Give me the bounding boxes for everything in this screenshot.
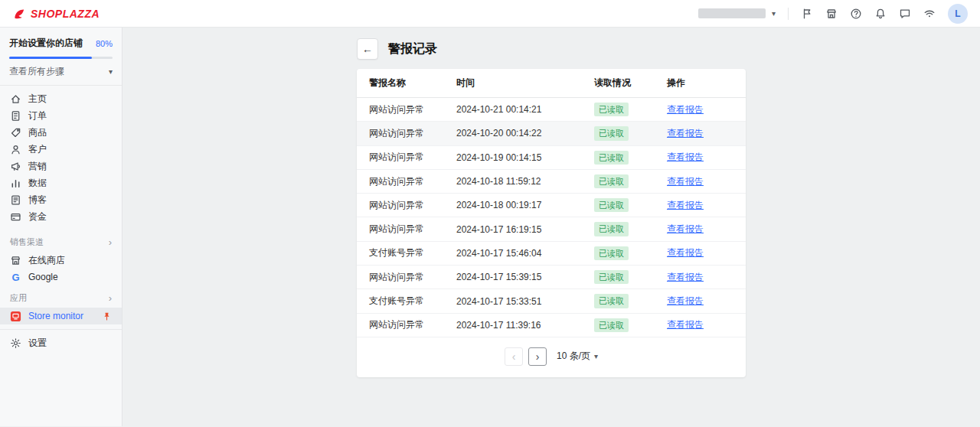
store-setup-progress: 开始设置你的店铺 80%	[0, 37, 122, 59]
user-avatar[interactable]: L	[948, 4, 968, 24]
help-icon[interactable]	[850, 8, 862, 20]
section-label: 应用	[10, 292, 27, 304]
bar-chart-icon	[10, 178, 21, 189]
topbar: SHOPLAZZA ▾ L	[0, 0, 980, 28]
back-button[interactable]: ←	[357, 38, 378, 60]
cell-alert-name: 网站访问异常	[357, 145, 456, 169]
status-badge: 已读取	[594, 198, 629, 212]
store-monitor-app-icon	[10, 311, 21, 322]
cell-status: 已读取	[594, 169, 667, 193]
table-row[interactable]: 网站访问异常 2024-10-20 00:14:22 已读取 查看报告	[357, 122, 746, 145]
table-row[interactable]: 支付账号异常 2024-10-17 15:46:04 已读取 查看报告	[357, 241, 746, 265]
store-selector[interactable]: ▾	[698, 8, 776, 18]
pin-icon[interactable]	[102, 311, 112, 321]
sidebar-item-marketing[interactable]: 营销	[0, 158, 122, 174]
cell-time: 2024-10-17 11:39:16	[456, 313, 594, 337]
cell-alert-name: 支付账号异常	[357, 241, 456, 265]
view-report-link[interactable]: 查看报告	[667, 128, 704, 139]
page-size-select[interactable]: 10 条/页 ▾	[557, 350, 598, 363]
bell-icon[interactable]	[874, 8, 887, 20]
cell-action: 查看报告	[667, 194, 746, 217]
sidebar-item-funds[interactable]: 资金	[0, 208, 122, 225]
flag-icon[interactable]	[801, 8, 813, 20]
prev-icon: ‹	[512, 350, 516, 363]
cell-status: 已读取	[594, 289, 667, 313]
storefront-icon	[10, 255, 21, 266]
table-row[interactable]: 网站访问异常 2024-10-19 00:14:15 已读取 查看报告	[357, 145, 746, 169]
cell-status: 已读取	[594, 122, 667, 145]
sidebar-item-products[interactable]: 商品	[0, 124, 122, 141]
storefront-icon[interactable]	[825, 8, 838, 20]
table-row[interactable]: 网站访问异常 2024-10-18 00:19:17 已读取 查看报告	[357, 194, 746, 217]
table-row[interactable]: 网站访问异常 2024-10-17 15:39:15 已读取 查看报告	[357, 266, 746, 289]
store-name-redacted	[698, 8, 766, 18]
cell-status: 已读取	[594, 241, 667, 265]
table-row[interactable]: 网站访问异常 2024-10-17 11:39:16 已读取 查看报告	[357, 313, 746, 337]
col-header-time: 时间	[456, 69, 594, 98]
sidebar-item-home[interactable]: 主页	[0, 90, 122, 107]
cell-action: 查看报告	[667, 217, 746, 241]
sidebar-item-customers[interactable]: 客户	[0, 141, 122, 158]
cell-status: 已读取	[594, 145, 667, 169]
sidebar-item-label: 营销	[28, 161, 47, 171]
sidebar-item-label: Google	[28, 272, 58, 282]
cell-time: 2024-10-18 11:59:12	[456, 169, 594, 193]
view-report-link[interactable]: 查看报告	[667, 272, 704, 282]
col-header-action: 操作	[667, 69, 746, 98]
sidebar-item-google[interactable]: G Google	[0, 269, 122, 285]
megaphone-icon	[10, 161, 21, 172]
cell-action: 查看报告	[667, 122, 746, 145]
cell-time: 2024-10-17 15:33:51	[456, 289, 594, 313]
table-row[interactable]: 网站访问异常 2024-10-21 00:14:21 已读取 查看报告	[357, 98, 746, 122]
cell-time: 2024-10-20 00:14:22	[456, 122, 594, 145]
wifi-icon[interactable]	[923, 8, 936, 20]
cell-alert-name: 支付账号异常	[357, 289, 456, 313]
status-badge: 已读取	[594, 126, 629, 140]
section-apps[interactable]: 应用 ›	[0, 285, 122, 308]
page-size-value: 10 条/页	[557, 350, 590, 363]
sidebar-item-analytics[interactable]: 数据	[0, 174, 122, 191]
sidebar-item-label: 在线商店	[28, 256, 65, 265]
chat-icon[interactable]	[899, 8, 911, 20]
cell-alert-name: 网站访问异常	[357, 266, 456, 289]
view-report-link[interactable]: 查看报告	[667, 176, 704, 187]
sidebar-item-store-monitor[interactable]: Store monitor	[0, 308, 122, 324]
sidebar-item-orders[interactable]: 订单	[0, 107, 122, 124]
cell-action: 查看报告	[667, 289, 746, 313]
cell-time: 2024-10-19 00:14:15	[456, 145, 594, 169]
view-report-link[interactable]: 查看报告	[667, 152, 704, 162]
sidebar-item-label: 客户	[28, 145, 47, 154]
prev-page-button[interactable]: ‹	[505, 347, 523, 366]
view-report-link[interactable]: 查看报告	[667, 200, 704, 210]
alerts-card: 警报名称 时间 读取情况 操作 网站访问异常 2024-10-21 00:14:…	[357, 69, 746, 377]
cell-time: 2024-10-17 15:46:04	[456, 241, 594, 265]
view-report-link[interactable]: 查看报告	[667, 104, 704, 115]
sidebar-item-label: 博客	[28, 195, 47, 204]
view-report-link[interactable]: 查看报告	[667, 223, 704, 234]
sidebar-item-blog[interactable]: 博客	[0, 191, 122, 208]
view-report-link[interactable]: 查看报告	[667, 295, 704, 306]
sidebar-item-online-store[interactable]: 在线商店	[0, 252, 122, 269]
chevron-right-icon: ›	[109, 237, 112, 247]
status-badge: 已读取	[594, 270, 629, 284]
view-report-link[interactable]: 查看报告	[667, 247, 704, 258]
status-badge: 已读取	[594, 246, 629, 260]
cell-alert-name: 网站访问异常	[357, 313, 456, 337]
view-report-link[interactable]: 查看报告	[667, 319, 704, 330]
status-badge: 已读取	[594, 318, 629, 332]
table-header-row: 警报名称 时间 读取情况 操作	[357, 69, 746, 98]
cell-alert-name: 网站访问异常	[357, 169, 456, 193]
view-all-steps-toggle[interactable]: 查看所有步骤 ▾	[0, 59, 122, 85]
cell-status: 已读取	[594, 194, 667, 217]
main-content: ← 警报记录 警报名称 时间 读取情况 操作 网站访	[122, 28, 980, 426]
next-page-button[interactable]: ›	[528, 347, 547, 366]
table-row[interactable]: 网站访问异常 2024-10-18 11:59:12 已读取 查看报告	[357, 169, 746, 193]
cell-time: 2024-10-17 16:19:15	[456, 217, 594, 241]
setup-percent: 80%	[96, 39, 113, 48]
table-row[interactable]: 支付账号异常 2024-10-17 15:33:51 已读取 查看报告	[357, 289, 746, 313]
cell-alert-name: 网站访问异常	[357, 122, 456, 145]
table-row[interactable]: 网站访问异常 2024-10-17 16:19:15 已读取 查看报告	[357, 217, 746, 241]
shoplazza-logo[interactable]: SHOPLAZZA	[12, 7, 100, 21]
section-sales-channels[interactable]: 销售渠道 ›	[0, 230, 122, 252]
sidebar-item-settings[interactable]: 设置	[0, 334, 122, 351]
